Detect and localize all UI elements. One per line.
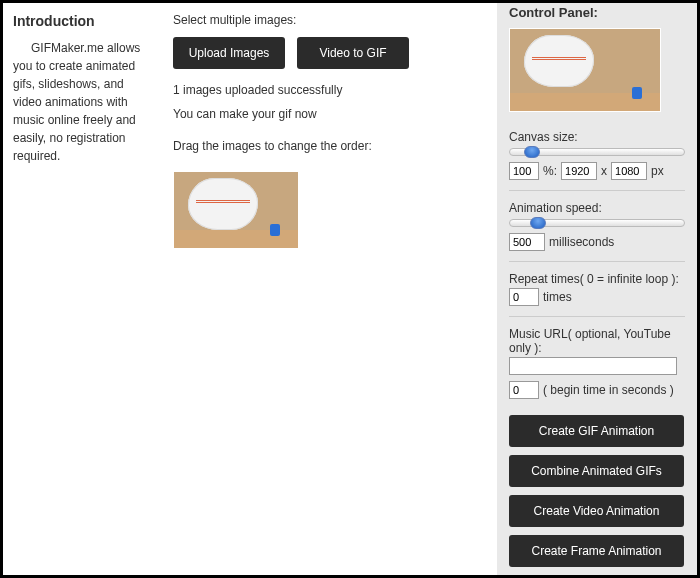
slider-thumb-icon[interactable] <box>530 217 546 229</box>
divider <box>509 316 685 317</box>
divider <box>509 190 685 191</box>
upload-status-text: 1 images uploaded successfully <box>173 83 487 97</box>
music-url-label: Music URL( optional, YouTube only ): <box>509 327 685 355</box>
animation-speed-fields: milliseconds <box>509 233 685 251</box>
canvas-width-input[interactable] <box>561 162 597 180</box>
intro-body: GIFMaker.me allows you to create animate… <box>13 39 153 165</box>
canvas-percent-suffix: %: <box>543 164 557 178</box>
canvas-size-fields: %: x px <box>509 162 685 180</box>
animation-speed-input[interactable] <box>509 233 545 251</box>
divider <box>509 261 685 262</box>
repeat-times-unit: times <box>543 290 572 304</box>
video-to-gif-button[interactable]: Video to GIF <box>297 37 409 69</box>
control-panel-title: Control Panel: <box>509 5 685 20</box>
select-images-label: Select multiple images: <box>173 13 487 27</box>
music-url-input[interactable] <box>509 357 677 375</box>
music-begin-input[interactable] <box>509 381 539 399</box>
preview-image-icon <box>509 28 661 112</box>
thumbnail-list <box>173 171 487 249</box>
canvas-size-label: Canvas size: <box>509 130 685 144</box>
animation-speed-unit: milliseconds <box>549 235 614 249</box>
control-panel: Control Panel: Canvas size: %: x px Anim… <box>497 3 697 575</box>
canvas-x-separator: x <box>601 164 607 178</box>
drag-order-label: Drag the images to change the order: <box>173 139 487 153</box>
thumb-preview-icon <box>174 172 298 248</box>
music-begin-suffix: ( begin time in seconds ) <box>543 383 674 397</box>
upload-images-button[interactable]: Upload Images <box>173 37 285 69</box>
canvas-height-input[interactable] <box>611 162 647 180</box>
animation-speed-slider[interactable] <box>509 219 685 227</box>
uploaded-image-thumb[interactable] <box>173 171 299 249</box>
sidebar-intro: Introduction GIFMaker.me allows you to c… <box>3 3 163 575</box>
upload-button-row: Upload Images Video to GIF <box>173 37 487 69</box>
intro-heading: Introduction <box>13 13 153 29</box>
create-frame-button[interactable]: Create Frame Animation <box>509 535 684 567</box>
repeat-times-input[interactable] <box>509 288 539 306</box>
music-begin-fields: ( begin time in seconds ) <box>509 381 685 399</box>
app-frame: Introduction GIFMaker.me allows you to c… <box>0 0 700 578</box>
canvas-size-slider[interactable] <box>509 148 685 156</box>
ready-status-text: You can make your gif now <box>173 107 487 121</box>
combine-gifs-button[interactable]: Combine Animated GIFs <box>509 455 684 487</box>
repeat-times-fields: times <box>509 288 685 306</box>
canvas-unit-label: px <box>651 164 664 178</box>
slider-thumb-icon[interactable] <box>524 146 540 158</box>
main-area: Select multiple images: Upload Images Vi… <box>163 3 497 575</box>
animation-speed-label: Animation speed: <box>509 201 685 215</box>
animation-preview <box>509 28 661 112</box>
repeat-times-label: Repeat times( 0 = infinite loop ): <box>509 272 685 286</box>
create-gif-button[interactable]: Create GIF Animation <box>509 415 684 447</box>
create-video-button[interactable]: Create Video Animation <box>509 495 684 527</box>
canvas-percent-input[interactable] <box>509 162 539 180</box>
